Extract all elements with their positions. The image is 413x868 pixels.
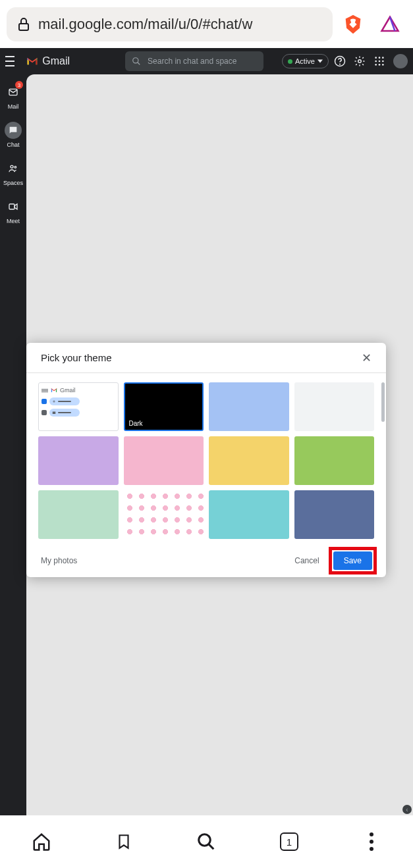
save-highlight: Save [329, 547, 377, 574]
theme-tile-gray[interactable] [294, 382, 375, 431]
chat-icon [8, 125, 18, 136]
svg-point-11 [375, 64, 377, 66]
modal-scrollbar[interactable] [381, 382, 385, 422]
mail-badge: 3 [15, 81, 23, 89]
svg-point-1 [133, 58, 138, 63]
theme-tile-cherry-blossom[interactable] [124, 490, 204, 539]
save-button[interactable]: Save [333, 551, 372, 570]
settings-gear-icon[interactable] [354, 55, 366, 67]
gmail-body: 3 Mail Chat Spaces Meet Pick your theme … [0, 74, 413, 815]
svg-point-7 [382, 57, 384, 59]
search-icon [132, 57, 141, 66]
svg-point-16 [14, 166, 16, 168]
more-menu-icon[interactable] [362, 832, 381, 852]
svg-rect-0 [19, 24, 28, 30]
theme-tile-navy[interactable] [294, 490, 375, 539]
status-label: Active [295, 57, 315, 65]
svg-point-4 [358, 60, 362, 63]
my-photos-link[interactable]: My photos [41, 556, 77, 565]
left-rail: 3 Mail Chat Spaces Meet [0, 74, 26, 815]
gmail-header: Gmail Search in chat and space Active [0, 48, 413, 74]
gmail-text: Gmail [42, 55, 70, 67]
apps-grid-icon[interactable] [373, 55, 385, 67]
svg-point-5 [375, 57, 377, 59]
theme-tile-seafoam[interactable] [38, 490, 119, 539]
search-placeholder: Search in chat and space [148, 57, 236, 66]
rail-meet[interactable]: Meet [5, 198, 22, 224]
collapse-panel-icon[interactable]: ‹ [402, 805, 412, 814]
theme-tile-blue[interactable] [209, 382, 289, 431]
theme-tile-dark[interactable]: Dark [124, 382, 204, 431]
rail-mail-label: Mail [8, 103, 19, 110]
browser-address-bar: mail.google.com/mail/u/0/#chat/w [0, 0, 413, 48]
tab-count: 1 [287, 836, 292, 848]
help-icon[interactable] [334, 55, 346, 67]
brave-icon[interactable] [342, 13, 364, 36]
rail-spaces-label: Spaces [3, 180, 23, 186]
theme-tile-default[interactable]: Gmail [38, 382, 119, 431]
svg-point-6 [379, 57, 381, 59]
theme-picker-modal: Pick your theme ✕ Gmail [26, 343, 386, 577]
home-icon[interactable] [32, 832, 51, 852]
theme-grid: Gmail Dark [38, 382, 374, 539]
close-icon[interactable]: ✕ [362, 351, 372, 365]
rail-chat[interactable]: Chat [5, 122, 22, 148]
spaces-icon [8, 163, 18, 174]
svg-rect-17 [9, 204, 14, 209]
hamburger-icon[interactable] [5, 55, 14, 68]
modal-body: Gmail Dark [26, 373, 386, 544]
svg-point-8 [375, 61, 377, 63]
svg-point-12 [379, 64, 381, 66]
gmail-app: Gmail Search in chat and space Active 3 … [0, 48, 413, 815]
svg-point-9 [379, 61, 381, 63]
rail-mail[interactable]: 3 Mail [5, 84, 22, 110]
meet-icon [8, 201, 18, 212]
svg-point-13 [382, 64, 384, 66]
chevron-down-icon [317, 59, 323, 64]
svg-rect-18 [53, 412, 56, 415]
svg-point-19 [199, 834, 211, 846]
theme-tile-teal[interactable] [209, 490, 289, 539]
status-selector[interactable]: Active [282, 54, 329, 68]
theme-tile-lavender[interactable] [38, 436, 119, 485]
rail-meet-label: Meet [7, 218, 20, 224]
gmail-logo[interactable]: Gmail [26, 55, 70, 67]
lock-icon [16, 16, 32, 32]
theme-tile-mustard[interactable] [209, 436, 289, 485]
search-input[interactable]: Search in chat and space [125, 51, 263, 71]
rail-spaces[interactable]: Spaces [3, 160, 23, 186]
tabs-button[interactable]: 1 [279, 832, 299, 852]
svg-point-3 [340, 64, 341, 64]
browser-bottom-nav: 1 [0, 815, 413, 868]
gmail-m-icon [26, 57, 38, 66]
svg-point-15 [11, 165, 13, 168]
modal-footer: My photos Cancel Save [26, 544, 386, 577]
svg-point-10 [382, 61, 384, 63]
theme-tile-wasabi[interactable] [294, 436, 375, 485]
modal-title: Pick your theme [41, 352, 112, 363]
cancel-button[interactable]: Cancel [292, 552, 321, 569]
modal-header: Pick your theme ✕ [26, 343, 386, 373]
url-bar[interactable]: mail.google.com/mail/u/0/#chat/w [7, 7, 333, 41]
rail-chat-label: Chat [7, 141, 19, 148]
theme-tile-rose[interactable] [124, 436, 204, 485]
bookmark-icon[interactable] [114, 832, 134, 852]
brave-vpn-icon[interactable] [380, 14, 400, 34]
status-dot-icon [288, 59, 292, 64]
avatar[interactable] [393, 54, 408, 68]
search-nav-icon[interactable] [196, 832, 216, 852]
url-text: mail.google.com/mail/u/0/#chat/w [38, 16, 252, 33]
